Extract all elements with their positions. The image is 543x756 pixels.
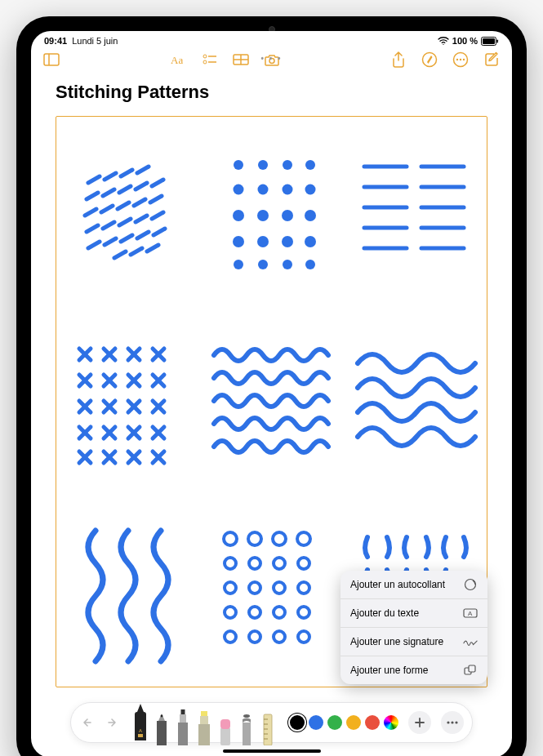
svg-point-58 xyxy=(233,236,244,247)
svg-point-129 xyxy=(249,607,260,618)
svg-line-27 xyxy=(152,180,163,186)
svg-line-40 xyxy=(121,235,132,242)
svg-rect-151 xyxy=(220,719,230,729)
svg-rect-1 xyxy=(483,38,495,44)
share-icon[interactable] xyxy=(389,51,407,69)
svg-line-20 xyxy=(105,173,116,180)
tool-eraser[interactable] xyxy=(216,705,234,740)
color-blue[interactable] xyxy=(309,715,323,730)
popover-item-add-signature[interactable]: Ajouter une signature xyxy=(340,628,487,656)
svg-point-128 xyxy=(225,607,236,618)
svg-point-116 xyxy=(224,532,237,545)
more-icon[interactable] xyxy=(452,51,470,69)
add-element-button[interactable] xyxy=(408,711,431,734)
table-icon[interactable] xyxy=(232,51,250,69)
text-format-icon[interactable]: Aa xyxy=(170,51,188,69)
svg-point-164 xyxy=(455,721,457,723)
tool-crayon[interactable] xyxy=(238,705,256,740)
color-yellow[interactable] xyxy=(346,715,361,730)
color-black[interactable] xyxy=(290,715,305,730)
svg-line-31 xyxy=(134,199,145,206)
svg-rect-152 xyxy=(243,723,251,745)
tool-marker[interactable] xyxy=(174,705,192,740)
svg-point-51 xyxy=(258,185,269,195)
svg-rect-148 xyxy=(200,716,208,724)
svg-point-127 xyxy=(298,582,309,594)
svg-line-34 xyxy=(103,222,114,229)
svg-line-37 xyxy=(152,212,163,219)
svg-rect-141 xyxy=(138,734,143,737)
svg-point-120 xyxy=(225,558,236,569)
svg-point-18 xyxy=(463,59,465,60)
svg-line-24 xyxy=(103,189,114,196)
undo-button[interactable] xyxy=(79,713,99,732)
svg-point-6 xyxy=(203,55,207,58)
popover-item-label: Ajouter une signature xyxy=(350,636,443,647)
popover-item-label: Ajouter un autocollant xyxy=(350,579,445,590)
markup-icon[interactable] xyxy=(421,51,438,69)
color-picker[interactable] xyxy=(384,715,398,730)
svg-rect-147 xyxy=(198,724,210,745)
color-green[interactable] xyxy=(327,715,342,730)
stitch-pattern-outline-circles xyxy=(200,496,344,687)
battery-percent: 100 % xyxy=(452,36,478,46)
svg-rect-145 xyxy=(180,714,186,723)
svg-point-163 xyxy=(451,721,453,723)
popover-item-label: Ajouter du texte xyxy=(350,607,419,619)
shapes-icon xyxy=(463,665,478,676)
svg-point-64 xyxy=(283,260,292,269)
compose-icon[interactable] xyxy=(483,51,501,69)
svg-point-126 xyxy=(274,582,285,594)
svg-point-60 xyxy=(282,236,293,247)
svg-point-121 xyxy=(249,558,260,569)
svg-text:A: A xyxy=(139,728,142,733)
markup-more-button[interactable] xyxy=(441,711,464,734)
svg-line-35 xyxy=(119,219,131,225)
svg-rect-140 xyxy=(469,665,475,672)
stitch-pattern-diagonal-dashes xyxy=(56,117,200,307)
sticker-icon xyxy=(463,579,478,590)
svg-line-21 xyxy=(121,170,132,176)
svg-point-17 xyxy=(460,59,461,60)
multitask-handle-icon[interactable]: • • • xyxy=(260,54,282,63)
markup-toolbar: A xyxy=(47,694,496,743)
svg-point-153 xyxy=(243,714,250,718)
tool-highlighter[interactable] xyxy=(195,705,213,740)
svg-rect-146 xyxy=(181,709,185,714)
popover-item-add-text[interactable]: Ajouter du texte A xyxy=(340,599,487,628)
tool-ruler[interactable] xyxy=(259,705,277,740)
svg-point-50 xyxy=(234,185,244,195)
sidebar-toggle-icon[interactable] xyxy=(42,51,60,69)
checklist-icon[interactable] xyxy=(201,51,219,69)
tool-pencil[interactable] xyxy=(153,705,171,740)
color-red[interactable] xyxy=(365,715,380,730)
svg-line-38 xyxy=(88,242,100,248)
textbox-icon: A xyxy=(463,607,478,619)
svg-point-46 xyxy=(234,160,243,170)
svg-line-30 xyxy=(118,202,129,209)
svg-point-55 xyxy=(257,210,269,221)
svg-line-39 xyxy=(105,238,116,245)
svg-point-52 xyxy=(283,185,293,195)
note-title[interactable]: Stitching Patterns xyxy=(31,73,512,109)
svg-point-135 xyxy=(298,631,309,643)
svg-line-26 xyxy=(136,183,147,189)
tool-pen[interactable]: A xyxy=(131,705,149,740)
svg-point-65 xyxy=(305,260,315,269)
svg-point-16 xyxy=(456,59,458,60)
svg-line-45 xyxy=(147,245,158,251)
svg-line-32 xyxy=(150,196,162,202)
stitch-pattern-crosses xyxy=(56,307,200,497)
home-indicator[interactable] xyxy=(223,749,321,753)
svg-point-136 xyxy=(465,580,476,590)
svg-point-47 xyxy=(258,160,268,170)
svg-point-130 xyxy=(274,607,285,618)
svg-line-33 xyxy=(87,225,98,232)
svg-rect-149 xyxy=(201,711,207,716)
svg-point-61 xyxy=(305,236,316,247)
redo-button[interactable] xyxy=(100,713,120,732)
svg-line-29 xyxy=(101,206,113,212)
svg-line-28 xyxy=(85,209,96,216)
popover-item-add-sticker[interactable]: Ajouter un autocollant xyxy=(340,571,487,599)
popover-item-add-shape[interactable]: Ajouter une forme xyxy=(340,656,487,684)
